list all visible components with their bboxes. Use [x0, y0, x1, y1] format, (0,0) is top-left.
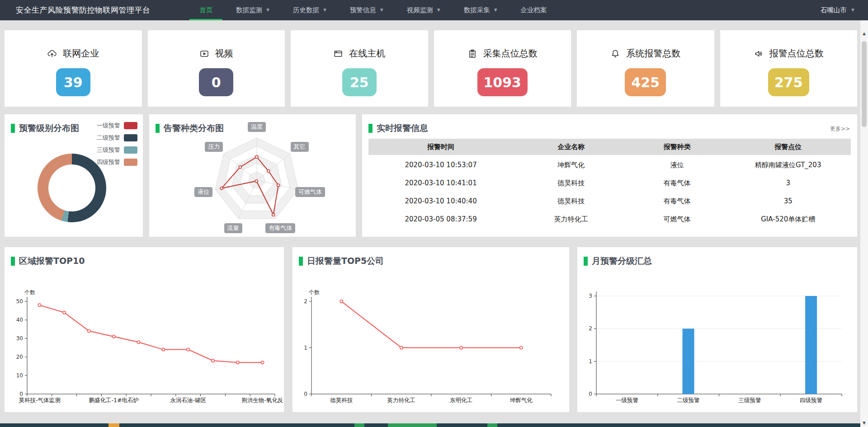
- footer-peek-block: [388, 423, 437, 427]
- svg-text:鹏盛化工-1#电石炉: 鹏盛化工-1#电石炉: [89, 397, 139, 404]
- chevron-down-icon: ▼: [494, 8, 497, 12]
- stat-value-badge: 1093: [477, 68, 528, 96]
- nav-item-7[interactable]: 企业档案: [509, 0, 559, 20]
- legend-label: 二级预警: [97, 134, 120, 142]
- vertical-scrollbar: ▲ ▼: [860, 20, 868, 427]
- nav-item-label: 首页: [199, 6, 212, 14]
- svg-text:2: 2: [589, 325, 592, 332]
- region-label: 石嘴山市: [821, 6, 847, 14]
- nav-item-6[interactable]: 数据采集▼: [452, 0, 509, 20]
- monthly-warning-svg: 0123一级预警二级预警三级预警四级预警: [577, 247, 857, 412]
- table-row[interactable]: 2020-03-10 10:40:40德昊科技有毒气体35: [368, 192, 851, 210]
- radar-axis-label: 液位: [194, 187, 212, 197]
- panel-title: 区域报警TOP10: [19, 255, 85, 267]
- stat-head: 视频: [199, 47, 233, 60]
- table-cell: 英力特化工: [513, 215, 629, 224]
- more-link[interactable]: 更多>>: [830, 125, 850, 133]
- nav-item-1[interactable]: 首页: [188, 0, 224, 20]
- svg-text:荆洪生物-氧化反: 荆洪生物-氧化反: [242, 397, 283, 404]
- title-accent: [368, 124, 373, 133]
- stat-card: 视频0: [148, 30, 285, 107]
- panel-title-row: 告警种类分布图: [156, 122, 224, 134]
- svg-text:一级预警: 一级预警: [616, 397, 639, 404]
- legend-label: 三级预警: [97, 146, 120, 154]
- svg-text:个数: 个数: [308, 289, 320, 296]
- svg-text:3: 3: [589, 293, 592, 299]
- legend-item[interactable]: 二级预警: [97, 134, 137, 142]
- cloud-upload-icon: [47, 49, 57, 59]
- radar-axis-label: 温度: [248, 122, 266, 132]
- stat-label: 联网企业: [63, 47, 99, 60]
- nav-menu: 首页数据监测▼历史数据▼预警信息▼视频监测▼数据采集▼企业档案: [188, 0, 559, 20]
- radar-axis-label: 压力: [205, 142, 223, 152]
- title-accent: [584, 257, 588, 266]
- table-cell: 35: [726, 197, 851, 205]
- nav-item-5[interactable]: 视频监测▼: [395, 0, 452, 20]
- scroll-down-arrow-icon[interactable]: ▼: [860, 421, 868, 425]
- svg-text:三级预警: 三级预警: [738, 397, 761, 404]
- title-accent: [156, 124, 160, 133]
- radar-axis-label: 流量: [224, 223, 242, 233]
- radar-axis-label: 其它: [291, 142, 309, 152]
- panel-title: 月预警分级汇总: [592, 255, 652, 267]
- panel-region-top10: 区域报警TOP10 个数01020304050昊科技-气体监测鹏盛化工-1#电石…: [5, 247, 284, 412]
- table-cell: 有毒气体: [629, 197, 725, 206]
- panel-title-row: 月预警分级汇总: [584, 255, 652, 267]
- table-cell: 3: [726, 179, 851, 187]
- svg-text:英力特化工: 英力特化工: [387, 397, 416, 404]
- chevron-down-icon: ▼: [851, 8, 854, 12]
- region-selector[interactable]: 石嘴山市 ▼: [821, 0, 854, 20]
- nav-item-2[interactable]: 数据监测▼: [224, 0, 281, 20]
- svg-text:永润石油-罐区: 永润石油-罐区: [170, 397, 206, 404]
- stat-card: 在线主机25: [291, 30, 428, 107]
- daily-top5-svg: 个数012德昊科技英力特化工东明化工坤辉气化: [292, 247, 569, 412]
- table-cell: 可燃气体: [629, 215, 725, 224]
- svg-text:个数: 个数: [24, 289, 35, 296]
- title-accent: [299, 257, 303, 266]
- nav-item-label: 视频监测: [407, 6, 433, 14]
- chevron-down-icon: ▼: [323, 8, 326, 12]
- stat-card: 报警点位总数275: [720, 30, 858, 107]
- stats-row: 联网企业39视频0在线主机25采集点位总数1093系统报警总数425报警点位总数…: [5, 30, 857, 107]
- table-row[interactable]: 2020-03-10 10:41:01德昊科技有毒气体3: [368, 174, 851, 192]
- svg-text:20: 20: [16, 354, 23, 360]
- video-icon: [199, 49, 209, 59]
- footer-peek-block: [487, 423, 497, 427]
- panel-title: 日报警量TOP5公司: [307, 255, 384, 267]
- nav-item-3[interactable]: 历史数据▼: [281, 0, 338, 20]
- region-top10-svg: 个数01020304050昊科技-气体监测鹏盛化工-1#电石炉永润石油-罐区荆洪…: [5, 247, 284, 412]
- svg-text:40: 40: [16, 317, 23, 323]
- svg-text:0: 0: [589, 391, 592, 397]
- scrollbar-thumb[interactable]: [862, 41, 867, 127]
- stat-head: 报警点位总数: [754, 47, 824, 60]
- panel-alarm-type: 告警种类分布图 温度其它可燃气体有毒气体流量液位压力: [149, 114, 356, 237]
- table-header-cell: 报警点位: [726, 143, 851, 151]
- svg-text:0: 0: [304, 391, 307, 397]
- stat-value-badge: 425: [625, 68, 666, 96]
- radar-axis-label: 有毒气体: [265, 223, 295, 233]
- stat-head: 联网企业: [47, 47, 99, 60]
- svg-text:2: 2: [304, 298, 307, 305]
- monthly-warning-chart: 0123一级预警二级预警三级预警四级预警: [577, 247, 857, 412]
- panel-title: 实时报警信息: [377, 122, 428, 134]
- legend-item[interactable]: 三级预警: [97, 146, 137, 154]
- title-accent: [11, 257, 15, 266]
- legend-item[interactable]: 四级预警: [97, 158, 137, 166]
- chevron-down-icon: ▼: [437, 8, 440, 12]
- stat-card: 联网企业39: [5, 30, 142, 107]
- scroll-up-arrow-icon[interactable]: ▲: [860, 31, 868, 36]
- table-cell: 精醇南罐液位GT_203: [726, 161, 851, 169]
- stat-card: 系统报警总数425: [577, 30, 714, 107]
- nav-item-4[interactable]: 预警信息▼: [338, 0, 395, 20]
- legend-item[interactable]: 一级预警: [97, 122, 137, 130]
- table-row[interactable]: 2020-03-05 08:37:59英力特化工可燃气体GIA-520单体贮槽: [368, 210, 851, 228]
- stat-card: 采集点位总数1093: [434, 30, 571, 107]
- legend-swatch: [124, 134, 137, 141]
- stat-head: 系统报警总数: [610, 47, 680, 60]
- table-row[interactable]: 2020-03-10 10:53:07坤辉气化液位精醇南罐液位GT_203: [368, 156, 851, 174]
- stat-value-badge: 275: [768, 68, 809, 96]
- svg-text:四级预警: 四级预警: [800, 397, 823, 404]
- svg-text:50: 50: [16, 298, 23, 305]
- footer-peek-block: [108, 423, 119, 427]
- footer-peek: [0, 423, 860, 427]
